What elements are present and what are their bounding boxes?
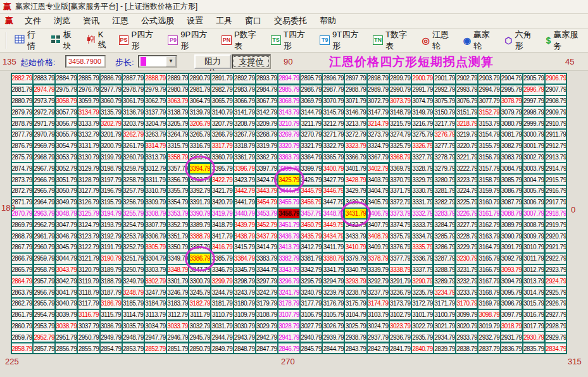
grid-cell[interactable]: 3202.79	[100, 118, 122, 129]
grid-cell[interactable]: 3023.79	[389, 321, 411, 332]
grid-cell[interactable]: 2948.79	[122, 331, 144, 343]
grid-cell[interactable]: 2854.79	[100, 343, 122, 354]
grid-cell[interactable]: 3238.79	[344, 287, 366, 298]
grid-cell[interactable]: 2961.79	[33, 230, 55, 242]
grid-cell[interactable]: 3395.79	[211, 163, 233, 174]
grid-cell[interactable]: 2965.79	[33, 185, 55, 197]
grid-cell[interactable]: 3030.79	[234, 321, 256, 332]
grid-cell[interactable]: 2894.79	[278, 73, 300, 84]
grid-cell[interactable]: 2949.79	[100, 331, 122, 343]
grid-cell[interactable]: 3044.79	[55, 253, 77, 264]
grid-cell[interactable]: 3068.79	[278, 96, 300, 107]
grid-cell[interactable]: 3338.79	[389, 264, 411, 276]
grid-cell[interactable]: 2909.79	[545, 106, 567, 118]
grid-cell[interactable]: 3079.79	[501, 106, 523, 118]
grid-cell[interactable]: 3140.79	[211, 106, 233, 118]
grid-cell[interactable]: 2990.79	[389, 84, 411, 96]
chevron-down-icon[interactable]: ▼	[166, 56, 176, 66]
grid-cell[interactable]: 3039.79	[55, 309, 77, 321]
grid-cell[interactable]: 3122.79	[77, 242, 99, 253]
grid-cell[interactable]: 2964.79	[33, 197, 55, 208]
grid-cell[interactable]: 2939.79	[322, 331, 344, 343]
grid-cell[interactable]: 3130.79	[77, 152, 99, 163]
grid-cell[interactable]: 2900.79	[411, 73, 434, 84]
grid-cell[interactable]: 3455.79	[278, 197, 300, 208]
grid-cell[interactable]: 2999.79	[523, 118, 545, 129]
grid-cell[interactable]: 3421.79	[211, 185, 233, 197]
grid-cell[interactable]: 2895.79	[300, 73, 322, 84]
grid-cell[interactable]: 2994.79	[478, 84, 500, 96]
grid-cell[interactable]: 3291.79	[389, 275, 411, 287]
grid-cell[interactable]: 2872.79	[11, 185, 33, 197]
grid-cell[interactable]: 3088.79	[501, 208, 523, 219]
grid-cell[interactable]: 2919.79	[545, 219, 567, 230]
grid-cell[interactable]: 2874.79	[11, 163, 33, 174]
grid-cell[interactable]: 3453.79	[256, 208, 278, 219]
grid-cell[interactable]: 3033.79	[166, 321, 189, 332]
grid-cell[interactable]: 2954.79	[33, 309, 55, 321]
grid-cell[interactable]: 3203.79	[122, 118, 144, 129]
grid-cell[interactable]: 2920.79	[545, 230, 567, 242]
grid-cell[interactable]: 3275.79	[411, 129, 434, 140]
grid-cell[interactable]: 2875.79	[11, 152, 33, 163]
grid-cell[interactable]: 3232.79	[456, 275, 478, 287]
grid-cell[interactable]: 3303.79	[144, 264, 166, 276]
grid-cell[interactable]: 2835.79	[523, 343, 545, 354]
grid-cell[interactable]: 3177.79	[300, 298, 322, 309]
grid-cell[interactable]: 3454.79	[256, 197, 278, 208]
grid-cell[interactable]: 3121.79	[77, 253, 99, 264]
grid-cell[interactable]: 3354.79	[166, 197, 189, 208]
grid-cell[interactable]: 3248.79	[122, 287, 144, 298]
grid-cell[interactable]: 3042.79	[55, 275, 77, 287]
grid-cell[interactable]: 3294.79	[322, 275, 344, 287]
grid-cell[interactable]: 3164.79	[478, 242, 500, 253]
grid-cell[interactable]: 2842.79	[367, 343, 389, 354]
grid-cell[interactable]: 3166.79	[478, 264, 500, 276]
grid-cell[interactable]: 3446.79	[322, 185, 344, 197]
grid-cell[interactable]: 3183.79	[166, 298, 189, 309]
grid-cell[interactable]: 3428.79	[344, 174, 366, 185]
grid-cell[interactable]: 3432.79	[344, 219, 366, 230]
grid-cell[interactable]: 3400.79	[322, 163, 344, 174]
grid-cell[interactable]: 2941.79	[278, 331, 300, 343]
grid-cell[interactable]: 3340.79	[344, 264, 366, 276]
grid-cell[interactable]: 3083.79	[501, 152, 523, 163]
grid-cell[interactable]: 3208.79	[234, 118, 256, 129]
grid-cell[interactable]: 2889.79	[166, 73, 189, 84]
grid-cell[interactable]: 3112.79	[166, 309, 189, 321]
grid-cell[interactable]: 3399.79	[300, 163, 322, 174]
toolbar-button-板块[interactable]: 板块	[46, 29, 82, 52]
grid-cell[interactable]: 2897.79	[344, 73, 366, 84]
grid-cell[interactable]: 3295.79	[300, 275, 322, 287]
grid-cell[interactable]: 3020.79	[456, 321, 478, 332]
grid-cell[interactable]: 2902.79	[456, 73, 478, 84]
grid-cell[interactable]: 2996.79	[523, 84, 545, 96]
grid-cell[interactable]: 3211.79	[300, 118, 322, 129]
grid-cell[interactable]: 3160.79	[478, 197, 500, 208]
grid-cell[interactable]: 3370.79	[389, 174, 411, 185]
grid-cell[interactable]: 3031.79	[211, 321, 233, 332]
grid-cell[interactable]: 3253.79	[122, 230, 144, 242]
grid-cell[interactable]: 3196.79	[100, 185, 122, 197]
grid-cell[interactable]: 2945.79	[189, 331, 211, 343]
grid-cell[interactable]: 2932.79	[478, 331, 500, 343]
grid-cell[interactable]: 3169.79	[478, 298, 500, 309]
grid-cell[interactable]: 2969.79	[33, 140, 55, 152]
grid-cell[interactable]: 2848.79	[234, 343, 256, 354]
grid-cell[interactable]: 3082.79	[501, 140, 523, 152]
grid-cell[interactable]: 3117.79	[77, 298, 99, 309]
grid-cell[interactable]: 3287.79	[434, 253, 456, 264]
grid-cell[interactable]: 3015.79	[523, 298, 545, 309]
grid-cell[interactable]: 3067.79	[256, 96, 278, 107]
grid-cell[interactable]: 3227.79	[456, 219, 478, 230]
grid-cell[interactable]: 3327.79	[411, 152, 434, 163]
grid-cell[interactable]: 2942.79	[256, 331, 278, 343]
grid-cell[interactable]: 3329.79	[411, 174, 434, 185]
grid-cell[interactable]: 3241.79	[278, 287, 300, 298]
grid-cell[interactable]: 2926.79	[545, 298, 567, 309]
grid-cell[interactable]: 3333.79	[411, 219, 434, 230]
grid-cell[interactable]: 3351.79	[166, 230, 189, 242]
grid-cell[interactable]: 3011.79	[523, 253, 545, 264]
start-price-input[interactable]	[65, 55, 106, 68]
grid-cell[interactable]: 3073.79	[389, 96, 411, 107]
